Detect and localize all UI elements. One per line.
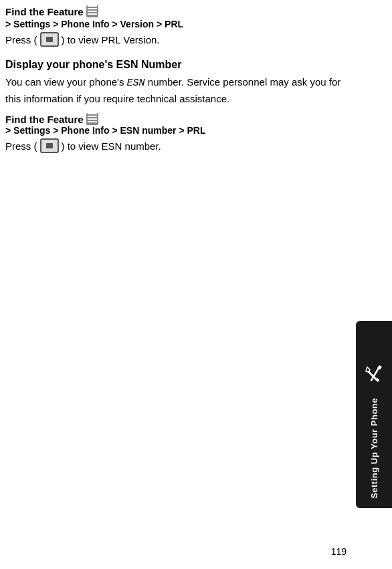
press-text-1b: ) to view PRL Version. — [62, 34, 160, 45]
page-number: 119 — [331, 546, 347, 557]
esn-word: ESN — [127, 78, 145, 89]
find-feature-text-1: Find the Feature — [5, 6, 84, 17]
press-text-2a: Press ( — [5, 140, 37, 152]
menu-icon-1 — [86, 5, 98, 17]
side-tab-label: Setting Up Your Phone — [369, 398, 379, 499]
press-text-2b: ) to view ESN number. — [62, 140, 161, 152]
menu-icon-2 — [86, 113, 98, 125]
button-inner-2 — [46, 143, 53, 148]
press-line-2: Press ( ) to view ESN number. — [5, 138, 348, 153]
find-feature-label-2: Find the Feature — [5, 113, 348, 125]
find-feature-text-2: Find the Feature — [5, 114, 84, 125]
button-inner-1 — [46, 37, 53, 42]
section2-body: You can view your phone's ESN number. Se… — [5, 75, 348, 106]
button-icon-1 — [40, 32, 59, 47]
find-feature-label-1: Find the Feature — [5, 5, 348, 17]
press-text-1a: Press ( — [5, 34, 37, 45]
press-line-1: Press ( ) to view PRL Version. — [5, 32, 348, 47]
body-text-2a: You can view your phone's — [5, 76, 127, 88]
nav-path-2: > Settings > Phone Info > ESN number > P… — [5, 125, 348, 136]
nav-path-1: > Settings > Phone Info > Version > PRL — [5, 19, 348, 29]
tools-icon — [362, 363, 386, 387]
section2-title: Display your phone's ESN Number — [5, 59, 348, 71]
button-icon-2 — [40, 138, 59, 153]
side-tab: Setting Up Your Phone — [356, 321, 392, 508]
